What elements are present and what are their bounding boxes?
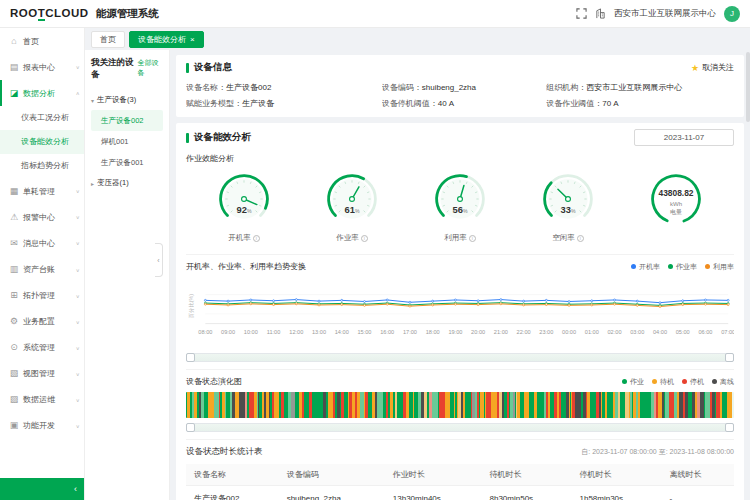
status-segment-作业 bbox=[675, 392, 677, 418]
chevron-down-icon: ∨ bbox=[76, 188, 80, 194]
gauge-chart: 33% bbox=[539, 170, 597, 228]
sidebar-item-label: 单耗管理 bbox=[23, 186, 55, 197]
table-cell: 生产设备002 bbox=[186, 486, 279, 500]
legend-item[interactable]: 离线 bbox=[712, 377, 734, 387]
legend-dot-icon bbox=[705, 264, 710, 269]
sidebar-item[interactable]: ✉消息中心∨ bbox=[0, 230, 84, 256]
svg-text:13:00: 13:00 bbox=[312, 329, 326, 335]
sidebar-collapse-button[interactable]: ‹ bbox=[0, 478, 84, 500]
panel-collapse-handle[interactable]: ‹ bbox=[155, 243, 163, 277]
logo-accent-letter: T bbox=[38, 7, 46, 21]
sidebar-item[interactable]: ▦单耗管理∨ bbox=[0, 178, 84, 204]
table-column-header: 作业时长 bbox=[385, 464, 482, 486]
legend-item[interactable]: 开机率 bbox=[631, 262, 660, 272]
status-segment-待机 bbox=[424, 392, 426, 418]
tab-bar: 首页设备能效分析× bbox=[85, 28, 750, 50]
efficiency-card: 设备能效分析 2023-11-07 作业效能分析 92%开机率i61%作业率i5… bbox=[176, 123, 744, 500]
legend-item[interactable]: 作业率 bbox=[668, 262, 697, 272]
status-segment-作业 bbox=[665, 392, 668, 418]
fullscreen-icon[interactable] bbox=[576, 8, 587, 19]
sidebar-item[interactable]: ▨数据运维∨ bbox=[0, 386, 84, 412]
scrollbar-thumb[interactable] bbox=[746, 52, 750, 122]
status-segment-作业 bbox=[217, 392, 219, 418]
app-title: 能源管理系统 bbox=[96, 7, 159, 21]
device-item[interactable]: 焊机001 bbox=[91, 131, 163, 152]
trend-line-chart: 百分比(%)08:0009:0010:0011:0012:0013:0014:0… bbox=[186, 275, 734, 347]
legend-item[interactable]: 停机 bbox=[682, 377, 704, 387]
info-icon[interactable]: i bbox=[469, 235, 476, 242]
sidebar-item-label: 功能开发 bbox=[23, 420, 55, 431]
legend-item[interactable]: 待机 bbox=[652, 377, 674, 387]
sidebar-subitem[interactable]: 仪表工况分析 bbox=[0, 106, 84, 130]
watched-devices-title: 我关注的设备 bbox=[91, 57, 137, 81]
device-group-label: 变压器(1) bbox=[97, 178, 129, 188]
status-segment-作业 bbox=[230, 392, 233, 418]
sidebar-item[interactable]: ⌂首页 bbox=[0, 28, 84, 54]
trend-datazoom-slider[interactable] bbox=[186, 353, 734, 362]
sidebar-item[interactable]: ⚠报警中心∨ bbox=[0, 204, 84, 230]
slider-handle-left[interactable] bbox=[186, 423, 195, 432]
status-segment-停机 bbox=[697, 392, 700, 418]
organization-icon[interactable] bbox=[595, 8, 606, 19]
datazoom-window bbox=[187, 354, 733, 361]
device-info-field: 设备编码：shuibeng_2zha bbox=[382, 82, 538, 93]
device-group[interactable]: ▸变压器(1) bbox=[91, 173, 163, 193]
sidebar-item[interactable]: ⊙系统管理∨ bbox=[0, 334, 84, 360]
current-org-name[interactable]: 西安市工业互联网展示中心 bbox=[614, 8, 716, 20]
svg-text:43808.82: 43808.82 bbox=[658, 188, 693, 198]
tab-active[interactable]: 设备能效分析× bbox=[129, 31, 204, 48]
sidebar-subitem[interactable]: 设备能效分析 bbox=[0, 130, 84, 154]
message-icon: ✉ bbox=[9, 238, 19, 248]
status-section: 设备状态演化图 作业待机停机离线 bbox=[186, 369, 734, 432]
status-datazoom-slider[interactable] bbox=[186, 423, 734, 432]
info-icon[interactable]: i bbox=[361, 235, 368, 242]
asset-ledger-icon: ▥ bbox=[9, 264, 19, 274]
table-cell: - bbox=[661, 486, 734, 500]
sidebar-item[interactable]: ▣功能开发∨ bbox=[0, 412, 84, 438]
slider-handle-right[interactable] bbox=[725, 353, 734, 362]
status-segment-作业 bbox=[707, 392, 710, 418]
table-row[interactable]: 生产设备002shuibeng_2zha13h30min40s8h30min50… bbox=[186, 486, 734, 500]
status-segment-待机 bbox=[499, 392, 502, 418]
chevron-down-icon: ∨ bbox=[76, 266, 80, 272]
legend-item[interactable]: 作业 bbox=[622, 377, 644, 387]
gauge-chart: 56% bbox=[431, 170, 489, 228]
sidebar-item[interactable]: ⚙业务配置∨ bbox=[0, 308, 84, 334]
sidebar-item-label: 报表中心 bbox=[23, 62, 55, 73]
sidebar-item[interactable]: ⊞拓扑管理∨ bbox=[0, 282, 84, 308]
device-info-field: 赋能业务模型：生产设备 bbox=[186, 98, 374, 109]
date-picker-input[interactable]: 2023-11-07 bbox=[634, 129, 734, 146]
device-item[interactable]: 生产设备001 bbox=[91, 152, 163, 173]
info-icon[interactable]: i bbox=[577, 235, 584, 242]
main-sidebar: ⌂首页▤报表中心∨◪数据分析∧仪表工况分析设备能效分析指标趋势分析▦单耗管理∨⚠… bbox=[0, 28, 85, 500]
gauge-chart: 61% bbox=[323, 170, 381, 228]
sidebar-item[interactable]: ▤报表中心∨ bbox=[0, 54, 84, 80]
all-devices-link[interactable]: 全部设备 bbox=[137, 58, 163, 78]
user-avatar[interactable]: J bbox=[724, 6, 740, 22]
device-info-value: 生产设备 bbox=[242, 99, 274, 108]
tab-item[interactable]: 首页 bbox=[91, 31, 125, 48]
device-item[interactable]: 生产设备002 bbox=[91, 110, 163, 131]
sidebar-subitem[interactable]: 指标趋势分析 bbox=[0, 154, 84, 178]
info-icon[interactable]: i bbox=[253, 235, 260, 242]
close-icon[interactable]: × bbox=[190, 35, 195, 44]
slider-handle-left[interactable] bbox=[186, 353, 195, 362]
device-info-field: 设备停机阈值：40 A bbox=[382, 98, 538, 109]
sidebar-item[interactable]: ▥资产台账∨ bbox=[0, 256, 84, 282]
gauge-label: 空闲率i bbox=[522, 233, 614, 243]
device-group[interactable]: ▾生产设备(3) bbox=[91, 90, 163, 110]
status-segment-作业 bbox=[475, 392, 477, 418]
sidebar-item-label: 系统管理 bbox=[23, 342, 55, 353]
main-scrollbar[interactable] bbox=[746, 50, 750, 500]
legend-label: 利用率 bbox=[713, 262, 734, 272]
sidebar-item[interactable]: ◪数据分析∧ bbox=[0, 80, 84, 106]
gauge-label: 作业率i bbox=[306, 233, 398, 243]
sidebar-item-label: 拓扑管理 bbox=[23, 290, 55, 301]
sidebar-item[interactable]: ▧视图管理∨ bbox=[0, 360, 84, 386]
sidebar-item-label: 数据运维 bbox=[23, 394, 55, 405]
status-segment-待机 bbox=[731, 392, 732, 418]
legend-item[interactable]: 利用率 bbox=[705, 262, 734, 272]
unfollow-button[interactable]: ★ 取消关注 bbox=[691, 62, 734, 73]
slider-handle-right[interactable] bbox=[725, 423, 734, 432]
tab-label: 首页 bbox=[100, 34, 116, 45]
